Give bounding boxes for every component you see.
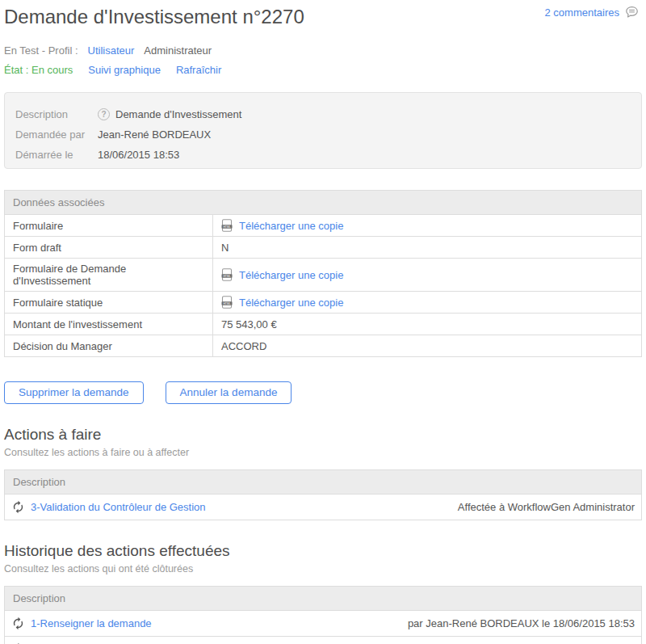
summary-value: Demande d'Investissement — [115, 108, 241, 120]
sync-arrows-icon — [11, 500, 25, 514]
header: Demande d'Investissement n°2270 2 commen… — [4, 5, 642, 29]
actions-todo-subtitle: Consultez les actions à faire ou à affec… — [4, 447, 642, 458]
action-row: 2-Validation du Manager par Guillaume Du… — [5, 637, 642, 644]
associated-data-header: Données associées — [5, 191, 642, 215]
speech-bubble-icon[interactable] — [624, 5, 640, 19]
action-link[interactable]: 3-Validation du Contrôleur de Gestion — [31, 501, 206, 513]
html-file-icon: HTML — [221, 268, 233, 281]
table-row: Décision du Manager ACCORD — [5, 335, 642, 357]
action-assignee: Affectée à WorkflowGen Administrator — [458, 501, 635, 513]
actions-history-header: Description — [5, 587, 642, 611]
html-file-icon: HTML — [221, 219, 233, 232]
refresh-link[interactable]: Rafraîchir — [176, 64, 221, 76]
profile-prefix-label: En Test - Profil : — [4, 44, 78, 57]
actions-history-title: Historique des actions effectuées — [4, 541, 642, 561]
actions-todo-table: Description 3-Validation du Contrôleur d… — [4, 469, 642, 520]
profile-user-link[interactable]: Utilisateur — [88, 44, 135, 57]
profile-line: En Test - Profil : Utilisateur Administr… — [4, 44, 642, 57]
actions-todo-header: Description — [5, 470, 642, 495]
page-container: Demande d'Investissement n°2270 2 commen… — [0, 0, 646, 644]
graphical-follow-up-link[interactable]: Suivi graphique — [88, 64, 161, 76]
data-value: N — [213, 237, 642, 259]
summary-label: Démarrée le — [15, 149, 98, 161]
summary-row-description: Description ? Demande d'Investissement — [15, 104, 631, 124]
action-completed-by: par Jean-René BORDEAUX le 18/06/2015 18:… — [408, 617, 635, 629]
associated-data-table: Données associées Formulaire HTML Téléch… — [4, 190, 642, 357]
status-badge: État : En cours — [4, 64, 73, 76]
data-label: Montant de l'investissement — [5, 314, 213, 335]
profile-admin-label: Administrateur — [144, 44, 212, 57]
download-copy-link[interactable]: Télécharger une copie — [239, 220, 343, 232]
action-row: 1-Renseigner la demande par Jean-René BO… — [5, 611, 642, 637]
data-label: Formulaire statique — [5, 292, 213, 314]
data-label: Formulaire — [5, 215, 213, 237]
download-copy-link[interactable]: Télécharger une copie — [239, 269, 343, 281]
summary-value: 18/06/2015 18:53 — [98, 149, 179, 161]
summary-row-requester: Demandée par Jean-René BORDEAUX — [15, 124, 631, 145]
delete-request-button[interactable]: Supprimer la demande — [4, 381, 144, 404]
status-line: État : En cours Suivi graphique Rafraîch… — [4, 64, 642, 76]
data-value: ACCORD — [213, 335, 642, 357]
data-value: 75 543,00 € — [213, 314, 642, 335]
table-row: Montant de l'investissement 75 543,00 € — [5, 314, 642, 335]
request-actions: Supprimer la demande Annuler la demande — [4, 381, 642, 404]
table-row: Formulaire statique HTML Télécharger une… — [5, 292, 642, 314]
svg-text:HTML: HTML — [223, 302, 230, 305]
actions-history-table: Description 1-Renseigner la demande — [4, 586, 642, 644]
table-row: Form draft N — [5, 237, 642, 259]
comments-area: 2 commentaires — [545, 5, 640, 19]
comments-link[interactable]: 2 commentaires — [545, 6, 619, 19]
svg-text:HTML: HTML — [223, 225, 230, 229]
summary-row-started: Démarrée le 18/06/2015 18:53 — [15, 145, 631, 165]
cancel-request-button[interactable]: Annuler la demande — [166, 381, 292, 404]
table-row: Formulaire de Demande d'Investissement H… — [5, 259, 642, 292]
table-row: Formulaire HTML Télécharger une copie — [5, 215, 642, 237]
help-circle-icon[interactable]: ? — [98, 108, 110, 120]
action-row: 3-Validation du Contrôleur de Gestion Af… — [5, 495, 642, 520]
svg-text:HTML: HTML — [223, 275, 230, 278]
html-file-icon: HTML — [221, 296, 233, 309]
actions-todo-title: Actions à faire — [4, 425, 642, 444]
data-label: Décision du Manager — [5, 335, 213, 357]
summary-value: Jean-René BORDEAUX — [98, 128, 211, 141]
sync-arrows-icon — [11, 617, 25, 630]
data-label: Formulaire de Demande d'Investissement — [5, 259, 213, 292]
action-link[interactable]: 1-Renseigner la demande — [31, 617, 152, 629]
data-label: Form draft — [5, 237, 213, 259]
summary-label: Demandée par — [15, 128, 98, 141]
summary-label: Description — [15, 108, 98, 120]
actions-history-subtitle: Consultez les actions qui ont été clôtur… — [4, 563, 642, 575]
request-summary-box: Description ? Demande d'Investissement D… — [4, 92, 642, 169]
download-copy-link[interactable]: Télécharger une copie — [239, 297, 343, 309]
